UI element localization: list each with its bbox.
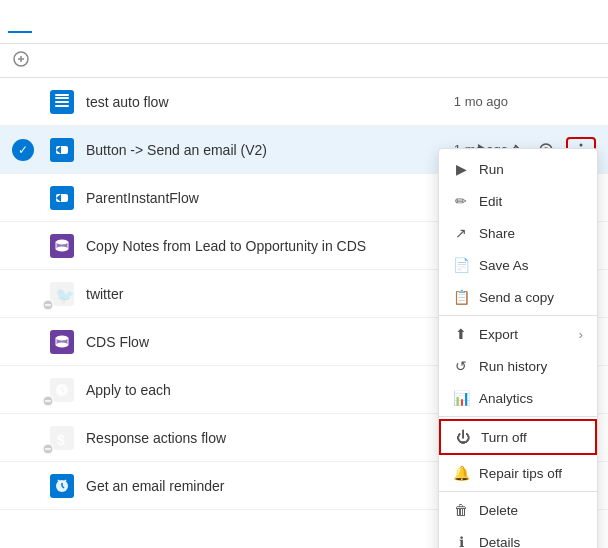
menu-label: Turn off xyxy=(481,430,527,445)
menu-item-run-history[interactable]: ↺ Run history xyxy=(439,350,597,382)
menu-label: Run history xyxy=(479,359,547,374)
svg-text:$: $ xyxy=(57,432,65,448)
svg-rect-5 xyxy=(55,101,69,103)
svg-point-14 xyxy=(580,143,583,146)
tab-team-flows[interactable] xyxy=(32,11,56,33)
menu-item-details[interactable]: ℹ Details xyxy=(439,526,597,548)
menu-item-delete[interactable]: 🗑 Delete xyxy=(439,494,597,526)
menu-label: Run xyxy=(479,162,504,177)
menu-item-edit[interactable]: ✏ Edit xyxy=(439,185,597,217)
menu-label: Details xyxy=(479,535,520,549)
repair-tips-icon: 🔔 xyxy=(453,465,469,481)
svg-rect-4 xyxy=(55,97,69,99)
menu-item-turn-off[interactable]: ⏻ Turn off xyxy=(439,419,597,455)
tab-my-flows[interactable] xyxy=(8,11,32,33)
flow-name: Button -> Send an email (V2) xyxy=(82,142,376,158)
flow-name: ParentInstantFlow xyxy=(82,190,376,206)
menu-item-analytics[interactable]: 📊 Analytics xyxy=(439,382,597,414)
flow-name: test auto flow xyxy=(82,94,376,110)
table-header xyxy=(0,44,608,78)
menu-label: Save As xyxy=(479,258,529,273)
flow-name: Get an email reminder xyxy=(82,478,376,494)
flow-name: Apply to each xyxy=(82,382,376,398)
svg-rect-7 xyxy=(55,94,69,96)
analytics-icon: 📊 xyxy=(453,390,469,406)
turn-off-icon: ⏻ xyxy=(455,429,471,445)
tab-business-process-flows[interactable] xyxy=(56,11,80,33)
context-menu: ▶ Run ✏ Edit ↗ Share 📄 Save As 📋 Send a … xyxy=(438,148,598,548)
flow-name: Response actions flow xyxy=(82,430,376,446)
menu-item-run[interactable]: ▶ Run xyxy=(439,153,597,185)
flow-modified: 1 mo ago xyxy=(376,94,516,109)
run-icon: ▶ xyxy=(453,161,469,177)
tab-ui-flows[interactable] xyxy=(80,11,104,33)
flow-icon xyxy=(42,86,82,118)
menu-label: Repair tips off xyxy=(479,466,562,481)
flow-icon xyxy=(42,182,82,214)
tabs-bar xyxy=(0,0,608,44)
menu-label: Export xyxy=(479,327,518,342)
export-icon: ⬆ xyxy=(453,326,469,342)
sort-icon xyxy=(12,50,30,68)
menu-item-export[interactable]: ⬆ Export › xyxy=(439,318,597,350)
table-row[interactable]: test auto flow1 mo ago xyxy=(0,78,608,126)
menu-label: Edit xyxy=(479,194,502,209)
menu-item-send-copy[interactable]: 📋 Send a copy xyxy=(439,281,597,313)
menu-label: Send a copy xyxy=(479,290,554,305)
header-check-col xyxy=(12,50,42,71)
menu-item-repair-tips[interactable]: 🔔 Repair tips off xyxy=(439,457,597,489)
send-copy-icon: 📋 xyxy=(453,289,469,305)
submenu-arrow-icon: › xyxy=(579,327,584,342)
flow-icon xyxy=(42,470,82,502)
menu-item-save-as[interactable]: 📄 Save As xyxy=(439,249,597,281)
delete-icon: 🗑 xyxy=(453,502,469,518)
flow-icon xyxy=(42,326,82,358)
edit-icon: ✏ xyxy=(453,193,469,209)
flow-icon xyxy=(42,134,82,166)
details-icon: ℹ xyxy=(453,534,469,548)
flow-icon xyxy=(42,230,82,262)
save-as-icon: 📄 xyxy=(453,257,469,273)
share-icon: ↗ xyxy=(453,225,469,241)
svg-rect-6 xyxy=(55,105,69,107)
flow-name: twitter xyxy=(82,286,376,302)
run-history-icon: ↺ xyxy=(453,358,469,374)
menu-label: Analytics xyxy=(479,391,533,406)
svg-text:🐦: 🐦 xyxy=(55,286,74,305)
menu-label: Delete xyxy=(479,503,518,518)
row-check: ✓ xyxy=(12,139,34,161)
menu-item-share[interactable]: ↗ Share xyxy=(439,217,597,249)
flow-name: Copy Notes from Lead to Opportunity in C… xyxy=(82,238,376,254)
flow-name: CDS Flow xyxy=(82,334,376,350)
menu-label: Share xyxy=(479,226,515,241)
